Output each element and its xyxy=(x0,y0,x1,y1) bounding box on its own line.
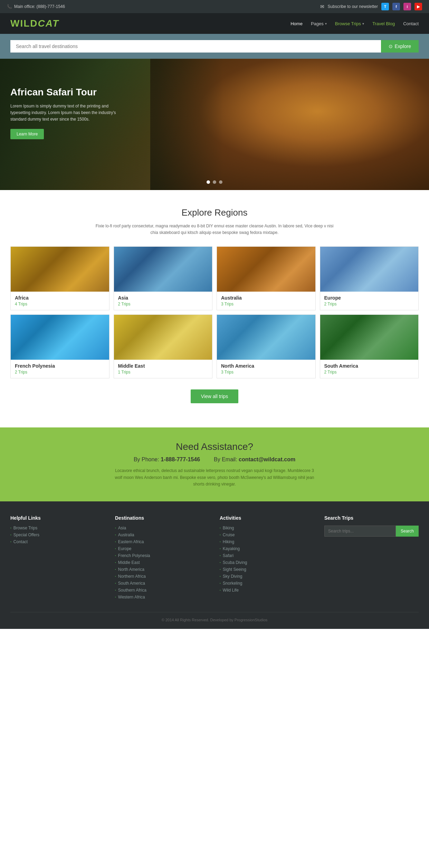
list-item[interactable]: •North America xyxy=(115,567,209,572)
region-card-asia[interactable]: Asia 2 Trips xyxy=(114,246,213,310)
australia-name: Australia xyxy=(221,295,311,301)
list-item[interactable]: •Middle East xyxy=(115,560,209,565)
bullet-icon: • xyxy=(220,588,221,592)
logo[interactable]: WILDCaT xyxy=(10,18,59,29)
list-item[interactable]: •Wild Life xyxy=(220,588,314,593)
logo-accent: C xyxy=(38,18,46,29)
list-item[interactable]: •Cruise xyxy=(220,532,314,537)
bullet-icon: • xyxy=(220,547,221,550)
region-card-africa[interactable]: Africa 4 Trips xyxy=(10,246,109,310)
asia-name: Asia xyxy=(118,295,208,301)
bullet-icon: • xyxy=(115,588,116,592)
activities-list: •Biking •Cruise •Hiking •Kayaking •Safar… xyxy=(220,526,314,593)
samerica-trips: 2 Trips xyxy=(324,370,414,375)
bullet-icon: • xyxy=(115,526,116,529)
list-item[interactable]: •Southern Africa xyxy=(115,588,209,593)
nav-contact[interactable]: Contact xyxy=(403,21,419,26)
list-item[interactable]: •Sight Seeing xyxy=(220,567,314,572)
list-item[interactable]: •Kayaking xyxy=(220,546,314,551)
instagram-icon[interactable]: i xyxy=(403,3,411,10)
region-card-south-america[interactable]: South America 2 Trips xyxy=(320,314,419,378)
nav-travel-blog[interactable]: Travel Blog xyxy=(372,21,395,26)
mideast-image xyxy=(114,315,212,360)
list-item[interactable]: •Contact xyxy=(10,539,105,544)
explore-title: Explore Regions xyxy=(10,207,419,218)
explore-icon: ⊙ xyxy=(389,44,393,49)
assistance-title: Need Assistance? xyxy=(10,441,419,452)
footer-search: Search Trips Search xyxy=(324,515,419,602)
nav-pages[interactable]: Pages ▾ xyxy=(311,21,327,26)
list-item[interactable]: •South America xyxy=(115,581,209,586)
facebook-icon[interactable]: f xyxy=(392,3,400,10)
namerica-name: North America xyxy=(221,363,311,369)
main-nav: Home Pages ▾ Browse Trips ▾ Travel Blog … xyxy=(290,21,419,26)
nav-home[interactable]: Home xyxy=(290,21,303,26)
assistance-phone: By Phone: 1-888-777-1546 xyxy=(134,456,200,463)
bullet-icon: • xyxy=(10,526,11,529)
region-card-french-polynesia[interactable]: French Polynesia 2 Trips xyxy=(10,314,109,378)
envelope-icon: ✉ xyxy=(320,4,324,9)
helpful-links-title: Helpful Links xyxy=(10,515,105,521)
twitter-icon[interactable]: T xyxy=(381,3,389,10)
list-item[interactable]: •Australia xyxy=(115,532,209,537)
samerica-name: South America xyxy=(324,363,414,369)
list-item[interactable]: •Special Offers xyxy=(10,532,105,537)
bullet-icon: • xyxy=(220,526,221,529)
regions-row-2: French Polynesia 2 Trips Middle East 1 T… xyxy=(10,314,419,378)
africa-name: Africa xyxy=(15,295,105,301)
australia-image xyxy=(217,247,315,292)
mideast-info: Middle East 1 Trips xyxy=(114,360,212,378)
europe-image xyxy=(320,247,419,292)
list-item[interactable]: •Europe xyxy=(115,546,209,551)
helpful-links-list: •Browse Trips •Special Offers •Contact xyxy=(10,526,105,544)
list-item[interactable]: •Hiking xyxy=(220,539,314,544)
destinations-list: •Asia •Australia •Eastern Africa •Europe… xyxy=(115,526,209,600)
explore-button[interactable]: ⊙ Explore xyxy=(381,40,419,53)
list-item[interactable]: •Snorkeling xyxy=(220,581,314,586)
asia-info: Asia 2 Trips xyxy=(114,292,212,310)
assistance-description: Locavore ethical brunch, delectus ad sus… xyxy=(111,468,318,488)
hero-dot-2[interactable] xyxy=(213,180,216,184)
logo-text2: aT xyxy=(46,18,59,29)
list-item[interactable]: •Eastern Africa xyxy=(115,539,209,544)
footer-search-input[interactable] xyxy=(324,526,396,537)
email-address: contact@wildcat.com xyxy=(239,456,295,462)
phone-icon: 📞 xyxy=(7,4,12,9)
bullet-icon: • xyxy=(220,561,221,564)
list-item[interactable]: •Northern Africa xyxy=(115,574,209,579)
region-card-australia[interactable]: Australia 3 Trips xyxy=(217,246,316,310)
footer: Helpful Links •Browse Trips •Special Off… xyxy=(0,501,429,629)
list-item[interactable]: •Biking xyxy=(220,526,314,530)
footer-search-button[interactable]: Search xyxy=(396,526,419,537)
hero-dot-1[interactable] xyxy=(207,180,210,184)
list-item[interactable]: •Western Africa xyxy=(115,595,209,600)
browse-chevron: ▾ xyxy=(362,22,364,26)
search-input[interactable] xyxy=(10,40,381,53)
youtube-icon[interactable]: ▶ xyxy=(414,3,422,10)
helpful-link-1: Browse Trips xyxy=(13,526,37,530)
email-label: By Email: xyxy=(214,456,239,462)
view-all-button[interactable]: View all trips xyxy=(191,389,238,403)
list-item[interactable]: •Browse Trips xyxy=(10,526,105,530)
list-item[interactable]: •French Polynesia xyxy=(115,553,209,558)
namerica-image xyxy=(217,315,315,360)
search-trips-title: Search Trips xyxy=(324,515,419,521)
learn-more-button[interactable]: Learn More xyxy=(10,129,44,139)
region-card-middle-east[interactable]: Middle East 1 Trips xyxy=(114,314,213,378)
list-item[interactable]: •Scuba Diving xyxy=(220,560,314,565)
hero-dot-3[interactable] xyxy=(219,180,222,184)
region-card-north-america[interactable]: North America 3 Trips xyxy=(217,314,316,378)
explore-label: Explore xyxy=(395,44,411,49)
bullet-icon: • xyxy=(115,575,116,578)
bullet-icon: • xyxy=(220,533,221,536)
list-item[interactable]: •Safari xyxy=(220,553,314,558)
list-item[interactable]: •Asia xyxy=(115,526,209,530)
nav-browse-trips[interactable]: Browse Trips ▾ xyxy=(335,21,364,26)
bullet-icon: • xyxy=(115,561,116,564)
hero-description: Lorem Ipsum is simply dummy text of the … xyxy=(10,103,128,123)
region-card-europe[interactable]: Europe 2 Trips xyxy=(320,246,419,310)
fpoly-name: French Polynesia xyxy=(15,363,105,369)
mideast-name: Middle East xyxy=(118,363,208,369)
footer-bottom: © 2014 All Rights Reserved. Developed by… xyxy=(10,612,419,622)
list-item[interactable]: •Sky Diving xyxy=(220,574,314,579)
